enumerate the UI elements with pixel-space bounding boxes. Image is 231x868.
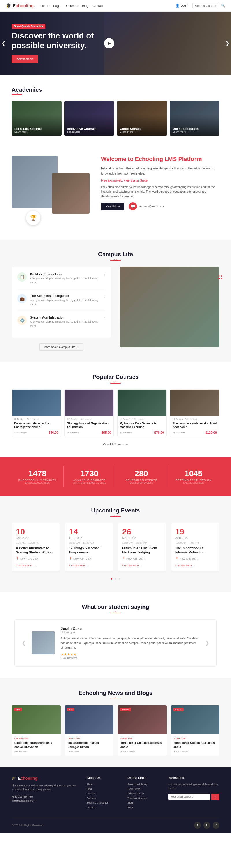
hero-play-button[interactable] bbox=[104, 38, 114, 49]
search-icon[interactable]: 🔍 bbox=[221, 4, 225, 7]
campus-icon-3: ⚙️ bbox=[17, 316, 27, 325]
campus-left: 📋 Do More, Stress Less After you can ski… bbox=[11, 267, 111, 351]
course-card-3[interactable]: UI Design 20 Lessons Python for Data Sci… bbox=[117, 389, 167, 437]
footer-link-about-5[interactable]: Become a Teacher bbox=[87, 801, 121, 804]
view-all-button[interactable]: View All Courses bbox=[11, 443, 220, 446]
blog-underline bbox=[110, 699, 121, 700]
admissions-button[interactable]: Admissions bbox=[11, 55, 38, 63]
nav-blog[interactable]: Blog bbox=[82, 4, 88, 7]
blog-body-4: Startup Three other College Expenses abo… bbox=[171, 734, 220, 756]
academic-card-3[interactable]: Cloud Storage Learn More → bbox=[117, 101, 167, 135]
course-card-2[interactable]: HR Design 8 Lessons Strategy law and Org… bbox=[64, 389, 114, 437]
navbar: 🎓 Echooling. Home Pages Courses Blog Con… bbox=[0, 0, 231, 11]
welcome-content: Welcome to Echooling LMS Platform Educat… bbox=[101, 156, 220, 210]
hero-arrow-left[interactable]: ❮ bbox=[1, 40, 6, 46]
footer-link-useful-6[interactable]: FAQ bbox=[127, 806, 162, 809]
footer-newsletter-form: → bbox=[168, 794, 220, 800]
social-facebook-button[interactable]: f bbox=[194, 822, 201, 829]
campus-item-2[interactable]: 💼 The Business Intelligence After you ca… bbox=[17, 294, 106, 310]
newsletter-submit-button[interactable]: → bbox=[211, 794, 220, 800]
location-pin-icon-4: 📍 bbox=[175, 557, 178, 560]
nav-courses[interactable]: Courses bbox=[66, 4, 78, 7]
event-date-1: 10 bbox=[16, 527, 56, 536]
course-students-3: 62 Students bbox=[120, 431, 132, 434]
footer-link-about-1[interactable]: About bbox=[87, 783, 121, 786]
blog-section: Echooling News and Blogs New Campings Ex… bbox=[0, 678, 231, 767]
event-month-2: Feb 2022 bbox=[69, 536, 109, 539]
event-title-4: The Importance Of Intrinsic Motivation. bbox=[175, 546, 215, 555]
testimonial-arrow-left[interactable]: ❮ bbox=[22, 640, 26, 646]
nav-home[interactable]: Home bbox=[41, 4, 49, 7]
course-card-4[interactable]: UI Design 34 Lessons The complete web de… bbox=[170, 389, 220, 437]
social-linkedin-button[interactable]: in bbox=[212, 822, 220, 829]
hero-arrow-right[interactable]: ❯ bbox=[225, 40, 230, 46]
footer-bottom: © 2022 All Rights Reserved f t in bbox=[11, 817, 220, 829]
campus-title: Campus Life bbox=[98, 251, 133, 258]
testimonial-header: What our student saying bbox=[11, 604, 220, 614]
footer-about-links: About Blog Contact Careers Become a Teac… bbox=[87, 783, 121, 809]
events-dot-3[interactable] bbox=[119, 578, 120, 580]
events-section: Upcoming Events 10 Jan 2022 6:00 AM – 12… bbox=[0, 496, 231, 592]
event-btn-2[interactable]: Find Out More → bbox=[69, 564, 89, 567]
welcome-actions: Read More 💬 support@react.com bbox=[101, 202, 220, 210]
academic-link-3[interactable]: Learn More → bbox=[120, 130, 142, 133]
footer-link-about-3[interactable]: Contact bbox=[87, 792, 121, 795]
course-category-3: UI Design bbox=[120, 418, 130, 421]
newsletter-input[interactable] bbox=[168, 794, 210, 800]
event-btn-1[interactable]: Find Out More → bbox=[16, 564, 36, 567]
welcome-badge: 🏆 bbox=[26, 211, 40, 225]
stat-4: 1045 Getting Featured on ONLINE COURSES bbox=[168, 466, 220, 487]
brand-logo[interactable]: 🎓 Echooling. bbox=[6, 3, 35, 8]
event-card-2: 14 Feb 2022 10:00 AM – 11:00 AM 12 Thing… bbox=[65, 523, 113, 571]
academic-card-2[interactable]: Innovative Courses Learn More → bbox=[64, 101, 114, 135]
stat-sublabel-3: BOOTCAMP EVENTS bbox=[118, 482, 164, 484]
course-card-1[interactable]: UI Design 24 Lessons Dare conservatives … bbox=[11, 389, 61, 437]
blog-card-4[interactable]: Startup Startup Three other College Expe… bbox=[171, 705, 220, 756]
nav-login[interactable]: 👤 Log In bbox=[176, 4, 190, 7]
event-time-1: 6:00 AM – 12:00 PM bbox=[16, 541, 56, 544]
search-input[interactable] bbox=[192, 3, 218, 8]
footer-link-about-6[interactable]: Contact bbox=[87, 806, 121, 809]
stat-number-4: 1045 bbox=[170, 469, 216, 478]
testimonial-role: UI Designer bbox=[61, 631, 199, 634]
events-dot-1[interactable] bbox=[111, 578, 112, 580]
campus-more-button[interactable]: More about Campus Life → bbox=[39, 343, 83, 351]
footer-copyright: © 2022 All Rights Reserved bbox=[11, 824, 43, 827]
academic-link-1[interactable]: Learn More → bbox=[15, 130, 41, 133]
blog-category-4: Startup bbox=[174, 737, 217, 740]
events-dot-2[interactable] bbox=[115, 578, 116, 580]
nav-pages[interactable]: Pages bbox=[53, 4, 62, 7]
academic-link-2[interactable]: Learn More → bbox=[67, 130, 96, 133]
stat-sublabel-2: CRYPTOCURRENCY COURSE bbox=[66, 482, 112, 484]
course-title-2: Strategy law and Organisation Foundation… bbox=[67, 422, 111, 429]
course-price-2: $95.00 bbox=[102, 431, 111, 434]
academics-grid: Let's Talk Science Learn More → Innovati… bbox=[11, 101, 220, 135]
academic-card-1[interactable]: Let's Talk Science Learn More → bbox=[11, 101, 61, 135]
events-grid: 10 Jan 2022 6:00 AM – 12:00 PM A Better … bbox=[11, 523, 220, 571]
footer-link-useful-3[interactable]: Privacy Policy bbox=[127, 792, 162, 795]
academic-card-4[interactable]: Online Education Learn More → bbox=[170, 101, 220, 135]
campus-item-3[interactable]: ⚙️ System Administration After you can s… bbox=[17, 316, 106, 332]
footer-link-about-2[interactable]: Blog bbox=[87, 787, 121, 790]
footer-link-useful-5[interactable]: Blog bbox=[127, 801, 162, 804]
event-btn-3[interactable]: Find Out More → bbox=[122, 564, 142, 567]
blog-card-3[interactable]: Startup Ranking Three other College Expe… bbox=[117, 705, 167, 756]
read-more-button[interactable]: Read More bbox=[101, 203, 124, 210]
blog-card-2[interactable]: Edu Eduterm The Surprising Reason Colleg… bbox=[65, 705, 114, 756]
blog-title-2: The Surprising Reason CollegesTuition bbox=[67, 741, 111, 749]
testimonial-arrow-right[interactable]: ❯ bbox=[205, 640, 209, 646]
blog-image-2: Edu bbox=[65, 705, 114, 734]
footer-link-useful-1[interactable]: Resource Library bbox=[127, 783, 162, 786]
blog-card-1[interactable]: New Campings Exploring Future Schools & … bbox=[11, 705, 61, 756]
footer-link-useful-4[interactable]: Terms of Service bbox=[127, 797, 162, 800]
academic-link-4[interactable]: Learn More → bbox=[173, 130, 199, 133]
campus-chevron-3: › bbox=[104, 316, 106, 320]
welcome-guide-link[interactable]: Free Exclusively: Free Starter Guide bbox=[101, 179, 220, 182]
social-twitter-button[interactable]: t bbox=[203, 822, 210, 829]
nav-contact[interactable]: Contact bbox=[92, 4, 104, 7]
campus-item-1[interactable]: 📋 Do More, Stress Less After you can ski… bbox=[17, 272, 106, 289]
welcome-text-1: Education is both the art of teaching kn… bbox=[101, 166, 220, 176]
footer-link-useful-2[interactable]: Help Center bbox=[127, 787, 162, 790]
event-btn-4[interactable]: Find Out More → bbox=[175, 564, 195, 567]
footer-link-about-4[interactable]: Careers bbox=[87, 797, 121, 800]
